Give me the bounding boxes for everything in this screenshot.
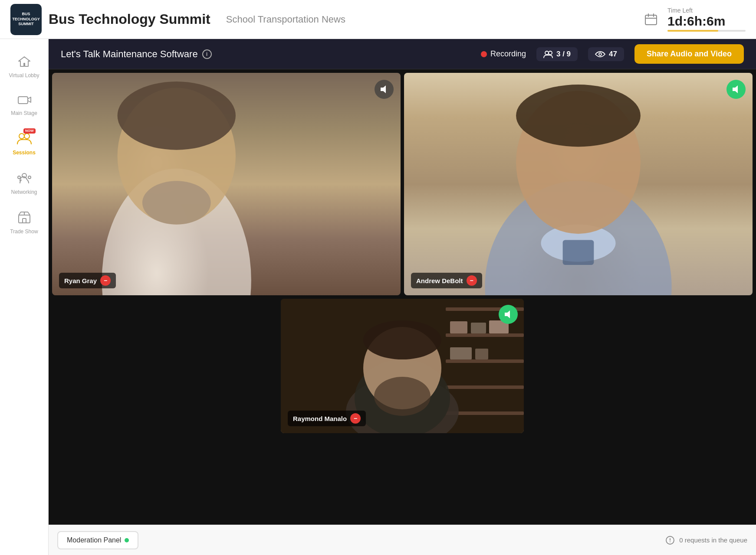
svg-point-19 (118, 82, 236, 150)
session-title-text: Let's Talk Maintenance Software (61, 49, 198, 60)
logo-line-3: SUMMIT (18, 22, 34, 27)
calendar-icon[interactable] (641, 10, 661, 29)
sidebar-item-virtual-lobby[interactable]: Virtual Lobby (0, 48, 48, 86)
logo-line-1: BUS (22, 12, 30, 17)
now-badge: NOW (23, 128, 36, 134)
networking-icon (17, 171, 31, 186)
andrew-debolt-name: Andrew DeBolt (416, 277, 463, 284)
queue-info: 0 requests in the queue (665, 535, 747, 545)
sidebar-item-trade-show[interactable]: Trade Show (0, 203, 48, 242)
svg-point-42 (374, 377, 431, 416)
app-title: Bus Technology Summit (49, 11, 210, 27)
speaker-label-andrew-debolt: Andrew DeBolt − (411, 273, 482, 288)
moderation-panel-button[interactable]: Moderation Panel (57, 531, 138, 549)
bottom-bar: Moderation Panel 0 requests in the queue (49, 525, 756, 555)
attendees-badge: 3 / 9 (536, 47, 578, 61)
svg-rect-4 (18, 97, 28, 104)
svg-point-9 (18, 176, 20, 179)
video-background-2 (404, 73, 753, 295)
audio-indicator-raymond-manalo[interactable] (499, 305, 518, 324)
svg-rect-37 (450, 347, 472, 359)
svg-point-6 (24, 134, 30, 139)
top-header: BUS TECHNOLOGY SUMMIT Bus Technology Sum… (0, 0, 756, 39)
time-progress-bar (667, 30, 746, 32)
sidebar-label-main-stage: Main Stage (11, 110, 37, 116)
svg-rect-35 (471, 323, 486, 333)
svg-marker-21 (381, 85, 386, 93)
video-background-1 (52, 73, 401, 295)
svg-point-16 (599, 53, 602, 56)
svg-point-43 (363, 320, 441, 359)
camera-icon (17, 94, 31, 108)
svg-rect-0 (645, 15, 657, 25)
ryan-gray-mute-btn[interactable]: − (100, 275, 111, 286)
time-left-value: 1d:6h:6m (667, 14, 725, 28)
svg-rect-31 (446, 359, 524, 363)
video-grid: Ryan Gray − (49, 69, 756, 525)
video-tile-andrew-debolt: Andrew DeBolt − (404, 73, 753, 295)
recording-dot (481, 51, 487, 57)
queue-icon (665, 535, 675, 545)
views-count: 47 (609, 50, 617, 59)
views-badge: 47 (588, 47, 624, 61)
people-icon (543, 50, 553, 58)
speaker-label-raymond-manalo: Raymond Manalo − (288, 411, 366, 426)
home-icon (18, 56, 31, 70)
info-icon[interactable]: i (202, 49, 212, 59)
green-dot (125, 538, 129, 542)
attendees-count: 3 / 9 (556, 50, 571, 59)
audio-indicator-ryan-gray[interactable] (375, 80, 394, 99)
main-layout: Virtual Lobby Main Stage NOW Sessions (0, 39, 756, 555)
queue-info-text: 0 requests in the queue (679, 536, 747, 544)
svg-rect-26 (563, 240, 594, 265)
svg-marker-44 (505, 310, 510, 318)
app-logo: BUS TECHNOLOGY SUMMIT (10, 4, 42, 35)
sidebar-label-trade-show: Trade Show (10, 229, 38, 235)
sidebar-label-sessions: Sessions (13, 150, 36, 156)
session-title: Let's Talk Maintenance Software i (61, 49, 212, 60)
svg-rect-30 (446, 333, 524, 337)
andrew-debolt-mute-btn[interactable]: − (467, 275, 477, 286)
svg-rect-11 (23, 219, 26, 223)
svg-marker-27 (733, 85, 738, 93)
share-audio-video-button[interactable]: Share Audio and Video (634, 44, 744, 64)
session-header: Let's Talk Maintenance Software i Record… (49, 39, 756, 69)
svg-rect-38 (475, 349, 488, 359)
audio-indicator-andrew-debolt[interactable] (726, 80, 746, 99)
svg-point-15 (549, 51, 552, 55)
svg-point-14 (545, 51, 549, 55)
sidebar-label-networking: Networking (11, 189, 37, 195)
speaker-label-ryan-gray: Ryan Gray − (59, 273, 116, 288)
trade-show-icon (17, 211, 31, 226)
time-progress-fill (667, 30, 718, 32)
sidebar-item-sessions[interactable]: NOW Sessions (0, 124, 48, 163)
svg-rect-34 (450, 321, 467, 333)
video-tile-raymond-manalo: Raymond Manalo − (281, 299, 524, 433)
content-area: Let's Talk Maintenance Software i Record… (49, 39, 756, 555)
ryan-gray-name: Ryan Gray (64, 277, 97, 284)
svg-point-47 (670, 541, 671, 542)
eye-icon (595, 51, 605, 58)
svg-point-20 (142, 181, 211, 224)
time-left-block: Time Left 1d:6h:6m (667, 7, 746, 32)
svg-rect-32 (446, 385, 524, 389)
logo-line-2: TECHNOLOGY (12, 17, 40, 22)
video-tile-ryan-gray: Ryan Gray − (52, 73, 401, 295)
svg-point-5 (19, 134, 24, 139)
recording-label: Recording (490, 49, 526, 59)
raymond-manalo-mute-btn[interactable]: − (350, 413, 361, 424)
sessions-icon: NOW (16, 132, 32, 147)
logo-area: BUS TECHNOLOGY SUMMIT Bus Technology Sum… (10, 4, 345, 35)
sidebar: Virtual Lobby Main Stage NOW Sessions (0, 39, 49, 555)
recording-badge: Recording (481, 49, 526, 59)
sidebar-item-networking[interactable]: Networking (0, 163, 48, 203)
sidebar-item-main-stage[interactable]: Main Stage (0, 86, 48, 124)
header-right: Time Left 1d:6h:6m (641, 7, 746, 32)
sidebar-label-virtual-lobby: Virtual Lobby (9, 72, 39, 78)
svg-point-8 (28, 176, 31, 179)
app-subtitle: School Transportation News (226, 14, 345, 25)
time-left-label: Time Left (667, 7, 693, 14)
moderation-panel-label: Moderation Panel (67, 536, 121, 544)
svg-point-25 (516, 85, 641, 147)
raymond-manalo-name: Raymond Manalo (293, 415, 347, 422)
